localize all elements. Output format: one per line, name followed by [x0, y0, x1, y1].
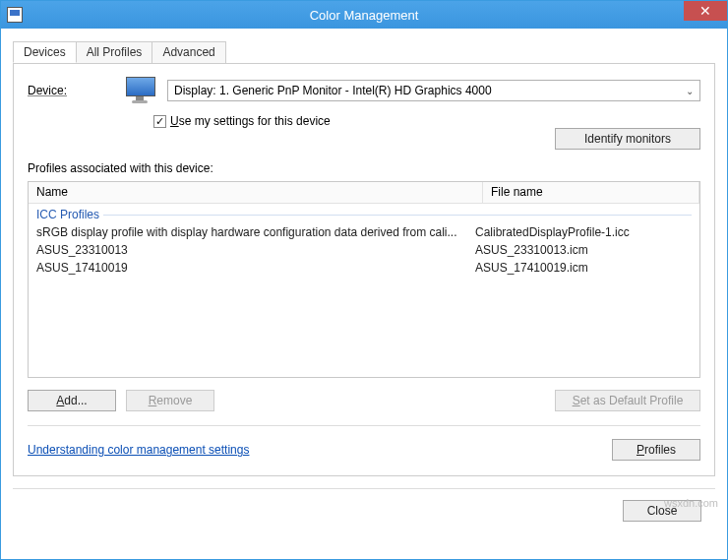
close-button[interactable]: ✕ [684, 1, 727, 21]
tab-advanced[interactable]: Advanced [152, 41, 225, 63]
item-file: ASUS_17410019.icm [475, 261, 692, 275]
dialog-footer: Close [13, 488, 715, 531]
identify-monitors-button[interactable]: Identify monitors [555, 128, 700, 150]
column-file[interactable]: File name [483, 182, 699, 203]
help-link[interactable]: Understanding color management settings [28, 443, 249, 457]
list-item[interactable]: sRGB display profile with display hardwa… [29, 223, 699, 241]
use-settings-checkbox[interactable]: ✓ [153, 115, 166, 128]
tab-strip: Devices All Profiles Advanced [13, 41, 715, 64]
watermark: wsxdn.com [664, 497, 718, 509]
device-select-value: Display: 1. Generic PnP Monitor - Intel(… [174, 84, 492, 97]
item-name: sRGB display profile with display hardwa… [36, 225, 475, 239]
titlebar: Color Management ✕ [1, 1, 727, 29]
set-default-button: Set as Default Profile [555, 390, 700, 411]
item-name: ASUS_23310013 [36, 243, 475, 257]
item-name: ASUS_17410019 [36, 261, 475, 275]
identify-monitors-label: Identify monitors [584, 132, 671, 146]
tab-all-profiles[interactable]: All Profiles [76, 41, 153, 63]
remove-button: Remove [126, 390, 214, 411]
device-row: Device: Display: 1. Generic PnP Monitor … [28, 77, 700, 104]
profiles-heading: Profiles associated with this device: [28, 161, 700, 175]
window-title: Color Management [1, 8, 727, 23]
list-item[interactable]: ASUS_23310013 ASUS_23310013.icm [29, 241, 699, 259]
chevron-down-icon: ⌄ [686, 86, 694, 96]
column-name[interactable]: Name [29, 182, 483, 203]
list-group-icc: ICC Profiles [29, 206, 699, 223]
add-button[interactable]: Add... [28, 390, 116, 411]
profiles-listview[interactable]: Name File name ICC Profiles sRGB display… [28, 181, 700, 378]
listview-header: Name File name [29, 182, 699, 204]
separator [28, 425, 700, 426]
item-file: ASUS_23310013.icm [475, 243, 692, 257]
listview-body: ICC Profiles sRGB display profile with d… [29, 204, 699, 279]
list-item[interactable]: ASUS_17410019 ASUS_17410019.icm [29, 259, 699, 277]
device-label: Device: [28, 84, 116, 97]
profiles-button[interactable]: Profiles [612, 439, 700, 461]
device-select[interactable]: Display: 1. Generic PnP Monitor - Intel(… [167, 80, 700, 101]
tab-panel-devices: Device: Display: 1. Generic PnP Monitor … [13, 63, 715, 476]
use-settings-row: ✓ Use my settings for this device [153, 114, 700, 128]
tab-devices[interactable]: Devices [13, 41, 77, 63]
item-file: CalibratedDisplayProfile-1.icc [475, 225, 692, 239]
footer-row: Understanding color management settings … [28, 438, 700, 462]
monitor-icon [124, 77, 159, 104]
profile-buttons: Add... Remove Set as Default Profile [28, 390, 700, 411]
use-settings-label: Use my settings for this device [170, 114, 331, 128]
